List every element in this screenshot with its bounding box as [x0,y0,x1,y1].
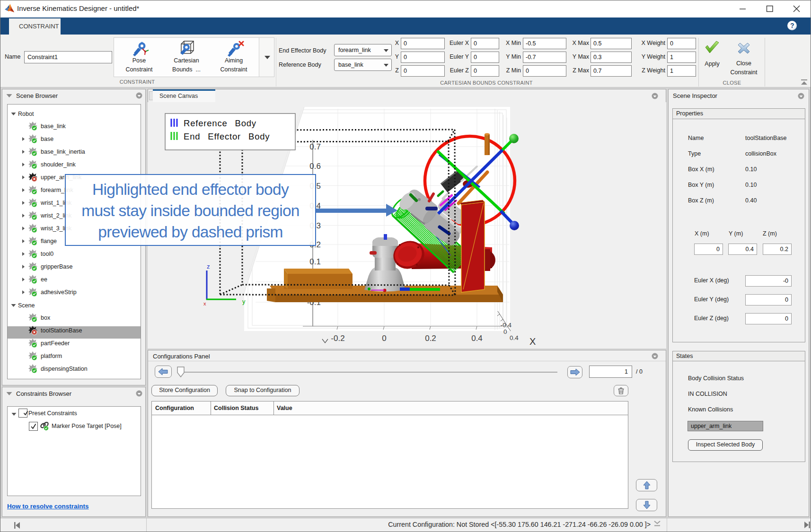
svg-text:Reference Body: Reference Body [184,118,256,128]
svg-text:0: 0 [503,328,507,335]
svg-text:End Effector Body: End Effector Body [184,131,270,141]
svg-text:y: y [242,298,246,305]
svg-text:0.2: 0.2 [425,334,436,343]
svg-text:0.7: 0.7 [309,142,321,151]
svg-text:0.1: 0.1 [309,257,321,266]
svg-text:0: 0 [382,334,386,343]
svg-text:0.4: 0.4 [510,334,519,341]
svg-text:z: z [207,263,210,270]
svg-text:X: X [529,336,536,347]
svg-text:x: x [203,301,206,306]
svg-text:-0.4: -0.4 [501,322,512,329]
svg-text:0.6: 0.6 [309,162,321,171]
svg-text:0.4: 0.4 [471,334,483,343]
svg-text:-0.2: -0.2 [331,334,344,343]
